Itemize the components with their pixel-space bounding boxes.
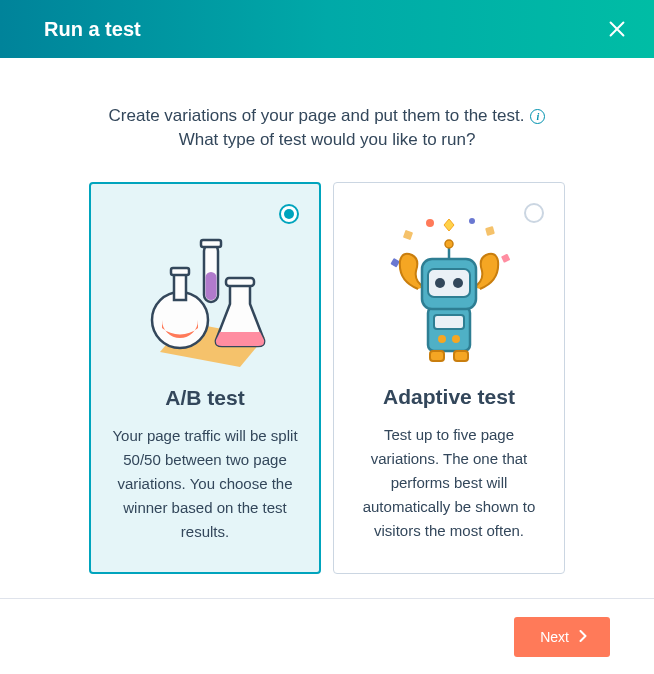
close-button[interactable]: [600, 12, 634, 46]
radio-dot-icon: [284, 209, 294, 219]
svg-point-16: [438, 335, 446, 343]
svg-rect-3: [171, 268, 189, 275]
svg-rect-13: [501, 254, 510, 263]
flasks-image: [130, 212, 280, 372]
modal-title: Run a test: [44, 18, 141, 41]
robot-image: [374, 211, 524, 371]
svg-point-23: [445, 240, 453, 248]
svg-rect-12: [390, 258, 400, 268]
svg-rect-7: [226, 278, 254, 286]
radio-ab-test[interactable]: [279, 204, 299, 224]
intro-line1-text: Create variations of your page and put t…: [109, 106, 525, 126]
card-ab-test[interactable]: A/B test Your page traffic will be split…: [89, 182, 321, 574]
svg-rect-24: [430, 351, 444, 361]
svg-point-21: [453, 278, 463, 288]
svg-rect-8: [403, 230, 413, 240]
card-desc-adaptive: Test up to five page variations. The one…: [352, 423, 546, 543]
svg-rect-19: [428, 269, 470, 297]
run-test-modal: Run a test Create variations of your pag…: [0, 0, 654, 674]
intro-text-line1: Create variations of your page and put t…: [109, 106, 546, 126]
svg-rect-6: [201, 240, 221, 247]
test-type-cards: A/B test Your page traffic will be split…: [89, 182, 565, 574]
svg-point-10: [426, 219, 434, 227]
card-desc-ab: Your page traffic will be split 50/50 be…: [109, 424, 301, 544]
svg-rect-25: [454, 351, 468, 361]
card-title-adaptive: Adaptive test: [383, 385, 515, 409]
modal-header: Run a test: [0, 0, 654, 58]
svg-rect-9: [485, 226, 495, 236]
card-title-ab: A/B test: [165, 386, 244, 410]
svg-rect-15: [434, 315, 464, 329]
modal-body: Create variations of your page and put t…: [0, 58, 654, 598]
svg-point-17: [452, 335, 460, 343]
intro-text-line2: What type of test would you like to run?: [179, 130, 476, 150]
radio-adaptive-test[interactable]: [524, 203, 544, 223]
svg-point-20: [435, 278, 445, 288]
svg-point-11: [469, 218, 475, 224]
info-icon[interactable]: i: [530, 109, 545, 124]
card-adaptive-test[interactable]: Adaptive test Test up to five page varia…: [333, 182, 565, 574]
svg-rect-2: [174, 274, 186, 300]
close-icon: [606, 18, 628, 40]
modal-footer: Next: [0, 598, 654, 674]
svg-rect-5: [206, 272, 217, 300]
next-button[interactable]: Next: [514, 617, 610, 657]
next-button-label: Next: [540, 629, 569, 645]
chevron-right-icon: [579, 629, 588, 645]
